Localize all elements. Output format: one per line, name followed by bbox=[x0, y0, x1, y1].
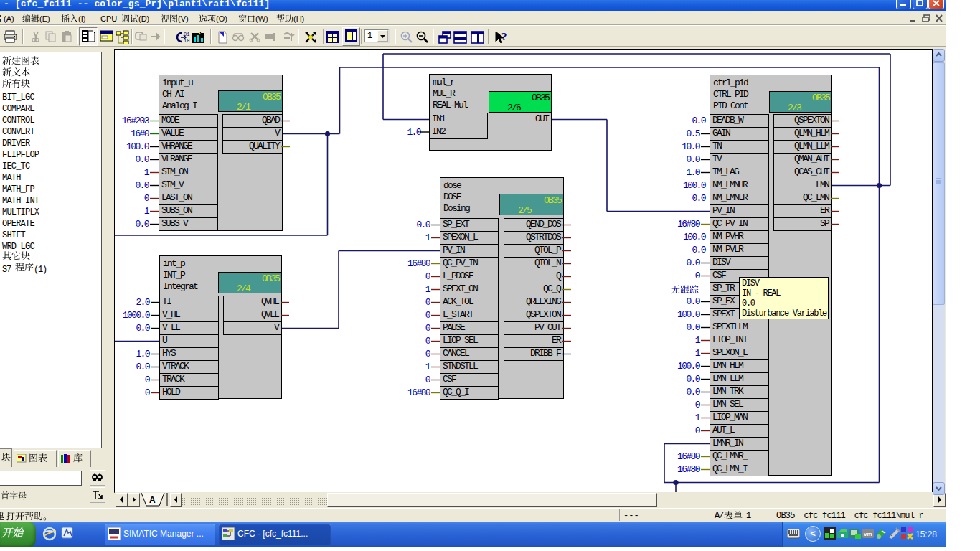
svg-text:10: 10 bbox=[184, 38, 189, 44]
svg-text:?: ? bbox=[501, 31, 507, 42]
svg-text:01: 01 bbox=[184, 32, 189, 37]
svg-text:vm: vm bbox=[864, 531, 872, 537]
svg-text:A: A bbox=[149, 495, 156, 505]
